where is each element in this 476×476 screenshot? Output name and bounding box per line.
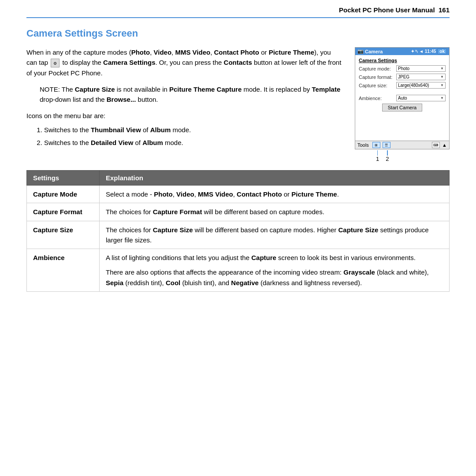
dropdown-arrow-icon-3: ▼ xyxy=(440,83,444,87)
col-header-explanation: Explanation xyxy=(100,171,450,186)
table-row-ambience: Ambience A list of lighting conditions t… xyxy=(27,249,450,292)
dropdown-arrow-icon-2: ▼ xyxy=(440,75,444,79)
phone-capture-mode-value: Photo xyxy=(398,66,409,71)
icon-list-item-1: Switches to the Thumbnail View of Album … xyxy=(44,125,342,135)
manual-title: Pocket PC Phone User Manual xyxy=(339,6,435,14)
phone-titlebar-left: 📷 Camera xyxy=(357,48,383,54)
header-title: Pocket PC Phone User Manual 161 xyxy=(339,6,450,14)
annotation-2-number: 2 xyxy=(386,156,389,162)
phone-toolbar-keyboard-icon[interactable]: ⌨ xyxy=(432,142,440,148)
page-header: Pocket PC Phone User Manual 161 xyxy=(26,0,450,18)
phone-status-icons: ✦ ᵞₗ ◄ 11:45 xyxy=(411,49,436,54)
table-row-capture-format: Capture Format The choices for Capture F… xyxy=(27,203,450,221)
phone-ambience-label: Ambience: xyxy=(359,96,396,101)
phone-capture-format-label: Capture format: xyxy=(359,74,396,80)
page-number: 161 xyxy=(439,6,450,14)
icons-line: Icons on the menu bar are: xyxy=(26,111,342,121)
phone-row-mode: Capture mode: Photo ▼ xyxy=(359,65,446,72)
phone-app-name: Camera xyxy=(365,49,383,54)
phone-start-camera-container: Start Camera xyxy=(359,104,446,112)
phone-row-ambience: Ambience: Auto ▼ xyxy=(359,95,446,101)
phone-ambience-value: Auto xyxy=(398,96,407,100)
settings-icon: ⚙ xyxy=(51,59,60,67)
start-camera-button[interactable]: Start Camera xyxy=(382,104,422,112)
setting-capture-format: Capture Format xyxy=(27,203,100,221)
phone-empty-area xyxy=(359,114,446,138)
phone-annotations: 1 2 xyxy=(355,150,450,162)
phone-capture-format-value: JPEG xyxy=(398,74,409,79)
page: Pocket PC Phone User Manual 161 Camera S… xyxy=(0,0,476,476)
phone-capture-size-label: Capture size: xyxy=(359,83,396,88)
annotation-1: 1 xyxy=(376,150,379,162)
phone-capture-mode-label: Capture mode: xyxy=(359,66,396,71)
note-text: NOTE: The Capture Size is not available … xyxy=(40,84,342,105)
section-title: Camera Settings Screen xyxy=(26,28,450,39)
phone-body: Camera Settings Capture mode: Photo ▼ Ca… xyxy=(355,55,449,141)
settings-table: Settings Explanation Capture Mode Select… xyxy=(26,170,450,292)
content-text: When in any of the capture modes (Photo,… xyxy=(26,47,342,162)
phone-camera-icon: 📷 xyxy=(357,48,364,54)
dropdown-arrow-icon: ▼ xyxy=(440,67,444,71)
explanation-capture-format: The choices for Capture Format will be d… xyxy=(100,203,450,221)
phone-capture-size-dropdown[interactable]: Large(480x640) ▼ xyxy=(396,82,446,89)
phone-titlebar: 📷 Camera ✦ ᵞₗ ◄ 11:45 ok xyxy=(355,48,449,55)
phone-capture-format-dropdown[interactable]: JPEG ▼ xyxy=(396,74,446,80)
annotation-1-number: 1 xyxy=(376,156,379,162)
phone-toolbar: Tools ⊞ ☰ ⌨ ▲ xyxy=(355,141,449,149)
phone-capture-mode-dropdown[interactable]: Photo ▼ xyxy=(396,65,446,72)
annotation-2: 2 xyxy=(386,150,389,162)
phone-toolbar-detail-icon[interactable]: ☰ xyxy=(383,142,390,148)
setting-ambience: Ambience xyxy=(27,249,100,292)
phone-mockup: 📷 Camera ✦ ᵞₗ ◄ 11:45 ok Camera Settings… xyxy=(355,47,450,162)
table-row-capture-size: Capture Size The choices for Capture Siz… xyxy=(27,221,450,249)
phone-toolbar-tools-label: Tools xyxy=(357,142,369,148)
explanation-capture-size: The choices for Capture Size will be dif… xyxy=(100,221,450,249)
explanation-ambience: A list of lighting conditions that lets … xyxy=(100,249,450,292)
phone-toolbar-arrow: ▲ xyxy=(442,142,447,148)
phone-ambience-dropdown[interactable]: Auto ▼ xyxy=(396,95,446,101)
phone-toolbar-thumbnail-icon[interactable]: ⊞ xyxy=(372,142,380,148)
phone-section-header: Camera Settings xyxy=(359,58,446,63)
setting-capture-size: Capture Size xyxy=(27,221,100,249)
setting-capture-mode: Capture Mode xyxy=(27,186,100,203)
phone-ok-button[interactable]: ok xyxy=(437,48,447,54)
phone-row-format: Capture format: JPEG ▼ xyxy=(359,74,446,80)
table-row-capture-mode: Capture Mode Select a mode - Photo, Vide… xyxy=(27,186,450,203)
phone-row-size: Capture size: Large(480x640) ▼ xyxy=(359,82,446,89)
note-block: NOTE: The Capture Size is not available … xyxy=(40,84,342,105)
icon-list: Switches to the Thumbnail View of Album … xyxy=(44,125,342,148)
dropdown-arrow-icon-4: ▼ xyxy=(440,96,444,100)
annotation-1-line xyxy=(377,150,378,156)
phone-capture-size-value: Large(480x640) xyxy=(398,83,429,88)
annotation-2-line xyxy=(387,150,388,156)
content-top: When in any of the capture modes (Photo,… xyxy=(26,47,450,162)
col-header-settings: Settings xyxy=(27,171,100,186)
intro-paragraph: When in any of the capture modes (Photo,… xyxy=(26,47,342,78)
icon-list-item-2: Switches to the Detailed View of Album m… xyxy=(44,138,342,148)
phone-titlebar-icons: ✦ ᵞₗ ◄ 11:45 ok xyxy=(411,48,447,54)
explanation-capture-mode: Select a mode - Photo, Video, MMS Video,… xyxy=(100,186,450,203)
